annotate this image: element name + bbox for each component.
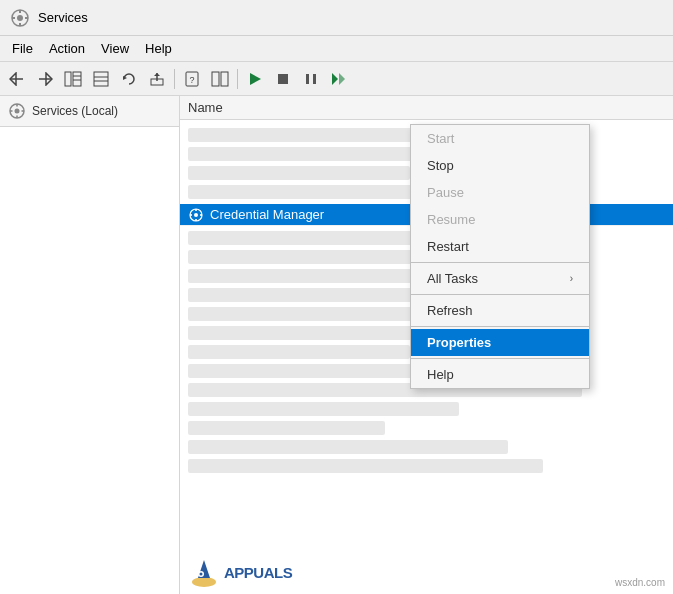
context-menu-restart-label: Restart [427,239,469,254]
svg-marker-25 [250,73,261,85]
svg-rect-28 [313,74,316,84]
svg-rect-41 [190,214,192,216]
window-title: Services [38,10,88,25]
blurred-row [188,402,459,416]
context-menu-sep-3 [411,326,589,327]
context-menu-stop-label: Stop [427,158,454,173]
blurred-row [188,345,410,359]
context-menu-start[interactable]: Start [411,125,589,152]
help-button[interactable]: ? [179,66,205,92]
context-menu-properties[interactable]: Properties [411,329,589,356]
svg-rect-36 [22,110,25,112]
start-service-button[interactable] [242,66,268,92]
watermark: wsxdn.com [615,577,665,588]
svg-rect-34 [16,116,18,119]
svg-rect-40 [195,219,197,221]
blurred-row [188,166,410,180]
blurred-row [188,440,508,454]
context-menu-properties-label: Properties [427,335,491,350]
all-tasks-arrow-icon: › [570,273,573,284]
context-menu-sep-1 [411,262,589,263]
list-view-button[interactable] [88,66,114,92]
toolbar-sep-2 [237,69,238,89]
context-menu-restart[interactable]: Restart [411,233,589,260]
svg-point-38 [194,213,198,217]
context-menu-stop[interactable]: Stop [411,152,589,179]
svg-rect-23 [212,72,219,86]
svg-rect-14 [94,72,108,86]
forward-button[interactable] [32,66,58,92]
refresh-button[interactable] [116,66,142,92]
appuals-logo-icon [188,556,220,588]
toolbar: ? [0,62,673,96]
svg-rect-3 [19,23,21,26]
toolbar-sep-1 [174,69,175,89]
svg-rect-10 [65,72,71,86]
context-menu-all-tasks-label: All Tasks [427,271,478,286]
svg-rect-35 [10,110,13,112]
svg-point-46 [200,573,203,576]
restart-service-button[interactable] [326,66,352,92]
svg-rect-24 [221,72,228,86]
svg-point-32 [15,109,20,114]
svg-point-1 [17,15,23,21]
svg-point-43 [192,577,216,587]
context-menu-all-tasks[interactable]: All Tasks › [411,265,589,292]
blurred-row [188,421,385,435]
svg-marker-20 [154,73,160,76]
sidebar-header: Services (Local) [0,96,179,127]
right-panel: Name Cre [180,96,673,594]
watermark-text: wsxdn.com [615,577,665,588]
context-menu-start-label: Start [427,131,454,146]
context-menu: Start Stop Pause Resume Restart All Task… [410,124,590,389]
sidebar-title: Services (Local) [32,104,118,118]
svg-rect-2 [19,10,21,13]
svg-rect-42 [200,214,202,216]
svg-rect-27 [306,74,309,84]
svg-marker-30 [339,73,345,85]
context-menu-refresh-label: Refresh [427,303,473,318]
menu-bar: File Action View Help [0,36,673,62]
logo-area: APPUALS [188,556,292,588]
context-menu-resume-label: Resume [427,212,475,227]
export-button[interactable] [144,66,170,92]
svg-rect-39 [195,209,197,211]
app-icon [10,8,30,28]
sidebar-icon [8,102,26,120]
svg-rect-11 [73,72,81,86]
context-menu-help-label: Help [427,367,454,382]
context-menu-resume[interactable]: Resume [411,206,589,233]
context-menu-pause-label: Pause [427,185,464,200]
console-tree-button[interactable] [60,66,86,92]
title-bar: Services [0,0,673,36]
context-menu-help[interactable]: Help [411,361,589,388]
menu-file[interactable]: File [4,39,41,58]
sidebar: Services (Local) [0,96,180,594]
pause-service-button[interactable] [298,66,324,92]
svg-rect-5 [25,17,28,19]
context-menu-refresh[interactable]: Refresh [411,297,589,324]
credential-manager-icon [188,207,204,223]
svg-rect-26 [278,74,288,84]
svg-rect-33 [16,104,18,107]
svg-text:?: ? [189,75,194,85]
context-menu-sep-4 [411,358,589,359]
context-menu-sep-2 [411,294,589,295]
stop-service-button[interactable] [270,66,296,92]
svg-rect-4 [12,17,15,19]
context-menu-pause[interactable]: Pause [411,179,589,206]
menu-action[interactable]: Action [41,39,93,58]
blurred-row [188,459,543,473]
menu-view[interactable]: View [93,39,137,58]
svg-marker-29 [332,73,338,85]
console-view-button[interactable] [207,66,233,92]
column-header-name: Name [180,96,673,120]
name-column-label: Name [188,100,223,115]
blurred-row [188,269,435,283]
menu-help[interactable]: Help [137,39,180,58]
main-area: Services (Local) Name [0,96,673,594]
appuals-logo-text: APPUALS [224,564,292,581]
back-button[interactable] [4,66,30,92]
